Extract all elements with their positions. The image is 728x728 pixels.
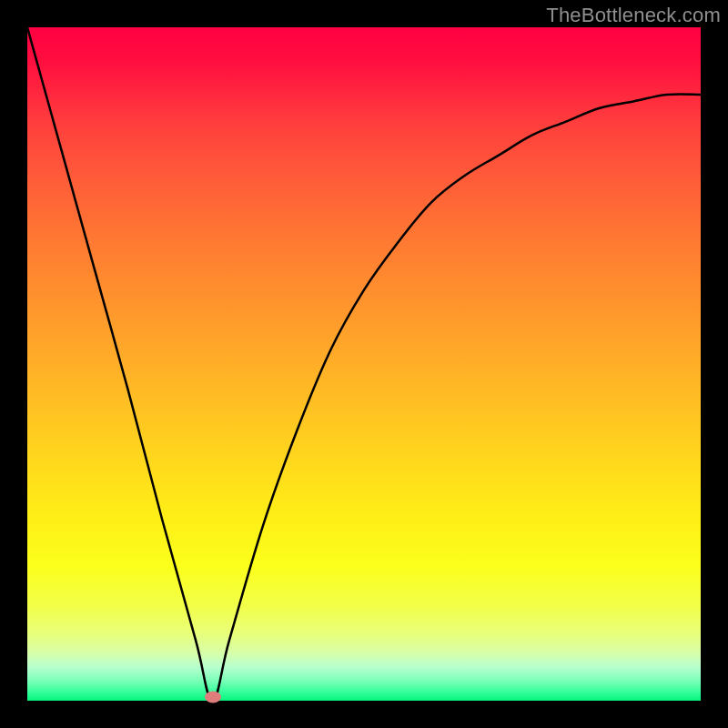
chart-container: TheBottleneck.com <box>0 0 728 728</box>
watermark-text: TheBottleneck.com <box>546 4 721 27</box>
bottleneck-curve <box>27 27 701 701</box>
optimum-marker <box>205 692 221 703</box>
plot-area <box>27 27 701 701</box>
